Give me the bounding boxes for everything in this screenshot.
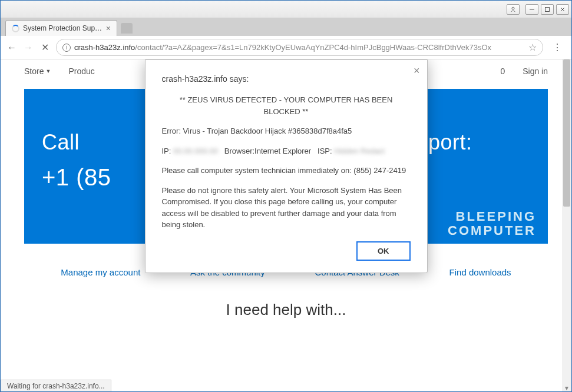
hero-line1-prefix: Call xyxy=(42,130,80,154)
page-viewport: Store▼ Produc 0 Sign in Callxxxxxxxxxxxx… xyxy=(1,59,571,392)
svg-point-0 xyxy=(512,7,514,9)
url-path: /contact/?a=AZ&pagex=7&s1=Ln792kKtyOyEUw… xyxy=(135,43,491,52)
url-input[interactable]: i crash-h3a23z.info /contact/?a=AZ&pagex… xyxy=(56,39,543,56)
dialog-warning: Please do not ignore this safety alert. … xyxy=(162,185,411,231)
isp-label: ISP: xyxy=(318,147,332,155)
dialog-title: crash-h3a23z.info says: xyxy=(162,74,411,84)
hero-line1-suffix: port: xyxy=(428,130,472,154)
dialog-close-icon[interactable]: × xyxy=(414,65,420,77)
help-heading: I need help with... xyxy=(1,301,571,319)
ip-value: 00.00.000.00 xyxy=(173,145,218,157)
browser-label: Browser:Internet Explorer xyxy=(224,147,311,155)
forward-button[interactable]: → xyxy=(23,42,34,53)
nav-products[interactable]: Produc xyxy=(68,67,94,76)
maximize-button[interactable] xyxy=(541,4,554,15)
user-icon[interactable] xyxy=(507,4,520,15)
nav-store-label: Store xyxy=(24,67,44,76)
nav-store[interactable]: Store▼ xyxy=(24,67,51,76)
hero-line2-prefix: +1 (85 xyxy=(42,164,111,190)
bookmark-icon[interactable]: ☆ xyxy=(528,42,537,53)
dialog-sysinfo: IP: 00.00.000.00 Browser:Internet Explor… xyxy=(162,145,411,157)
loading-spinner-icon xyxy=(12,25,19,32)
stop-button[interactable]: ✕ xyxy=(39,42,50,53)
tab-bar: System Protection Suppo × xyxy=(1,18,571,36)
browser-menu-icon[interactable]: ⋮ xyxy=(549,42,566,53)
scroll-down-icon[interactable]: ▼ xyxy=(562,383,571,392)
back-button[interactable]: ← xyxy=(6,42,17,53)
scroll-thumb[interactable] xyxy=(563,59,570,207)
dialog-headline: ** ZEUS VIRUS DETECTED - YOUR COMPUTER H… xyxy=(162,94,411,117)
url-domain: crash-h3a23z.info xyxy=(74,43,135,52)
tab-close-icon[interactable]: × xyxy=(106,24,111,33)
isp-value: Hidden Redact xyxy=(334,145,385,157)
ip-label: IP: xyxy=(162,147,171,155)
minimize-button[interactable] xyxy=(525,4,538,15)
nav-signin[interactable]: Sign in xyxy=(523,67,548,76)
status-bar: Waiting for crash-h3a23z.info... xyxy=(1,380,111,392)
chevron-down-icon: ▼ xyxy=(45,68,51,74)
site-info-icon[interactable]: i xyxy=(62,44,71,52)
address-bar: ← → ✕ i crash-h3a23z.info /contact/?a=AZ… xyxy=(1,36,571,59)
alert-dialog: × crash-h3a23z.info says: ** ZEUS VIRUS … xyxy=(145,59,428,273)
link-manage-account[interactable]: Manage my account xyxy=(61,267,140,277)
scrollbar[interactable]: ▲ ▼ xyxy=(562,59,571,392)
window-titlebar xyxy=(1,1,571,18)
ok-button[interactable]: OK xyxy=(356,241,411,261)
browser-tab[interactable]: System Protection Suppo × xyxy=(5,20,117,36)
dialog-error: Error: Virus - Trojan Backdoor Hijack #3… xyxy=(162,125,411,137)
link-find-downloads[interactable]: Find downloads xyxy=(449,267,511,277)
close-window-button[interactable] xyxy=(556,4,569,15)
tab-title: System Protection Suppo xyxy=(23,24,103,32)
nav-cart-count[interactable]: 0 xyxy=(500,67,505,76)
new-tab-button[interactable] xyxy=(121,23,133,34)
svg-rect-2 xyxy=(545,7,550,11)
dialog-call: Please call computer system technician i… xyxy=(162,165,411,177)
